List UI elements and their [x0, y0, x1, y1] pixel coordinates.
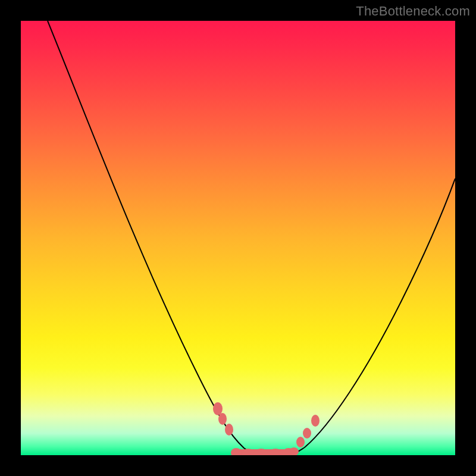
marker-dot: [311, 415, 320, 427]
marker-dot: [225, 424, 233, 436]
watermark-text: TheBottleneck.com: [356, 4, 470, 19]
marker-dot: [218, 413, 227, 425]
marker-dot: [303, 428, 311, 439]
curve-svg: [21, 21, 455, 455]
marker-dot: [231, 448, 242, 455]
plot-area: [21, 21, 455, 455]
curve-left-branch: [48, 21, 264, 455]
marker-dot: [296, 437, 305, 447]
chart-container: TheBottleneck.com: [0, 0, 476, 476]
curve-right-branch: [284, 178, 455, 455]
